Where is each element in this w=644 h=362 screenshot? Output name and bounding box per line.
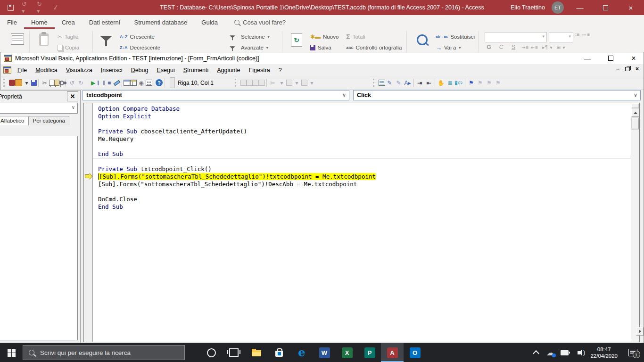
tab-strumenti-database[interactable]: Strumenti database bbox=[127, 16, 195, 29]
advanced-filter-button[interactable]: Avanzate▾ bbox=[226, 43, 270, 52]
menu-inserisci[interactable]: Inserisci bbox=[97, 65, 127, 75]
properties-object-select[interactable] bbox=[0, 103, 78, 114]
access-app-icon[interactable] bbox=[9, 80, 15, 86]
cortana-button[interactable] bbox=[200, 343, 223, 362]
undo-icon[interactable]: ↺ bbox=[67, 79, 76, 87]
copy-icon[interactable] bbox=[49, 80, 54, 86]
menu-aggiunte[interactable]: Aggiunte bbox=[213, 65, 244, 75]
bullets-icon[interactable]: ∶≡ bbox=[575, 32, 580, 42]
properties-list[interactable] bbox=[0, 136, 78, 340]
run-icon[interactable]: ▶ bbox=[89, 79, 98, 87]
scroll-up-button[interactable] bbox=[631, 108, 639, 117]
publisher-button[interactable]: P bbox=[358, 343, 381, 362]
taskbar-search[interactable] bbox=[23, 345, 185, 360]
spelling-button[interactable]: ABCControllo ortografia bbox=[346, 43, 402, 52]
tab-categorized[interactable]: Per categoria bbox=[29, 116, 69, 125]
split-handle[interactable] bbox=[631, 103, 639, 108]
restore-button[interactable] bbox=[596, 0, 615, 15]
task-view-button[interactable] bbox=[223, 343, 245, 362]
redo-icon[interactable]: ↻ bbox=[76, 79, 85, 87]
save-record-button[interactable]: Salva bbox=[310, 43, 339, 52]
reset-icon[interactable]: ■ bbox=[105, 79, 114, 87]
font-name-select[interactable] bbox=[485, 32, 547, 42]
replace-button[interactable]: ab→acSostituisci bbox=[436, 32, 475, 41]
edge-button[interactable]: e bbox=[290, 343, 313, 362]
customize-qat-icon[interactable]: ⸔ bbox=[52, 4, 59, 11]
paste-icon[interactable] bbox=[54, 80, 59, 86]
font-size-select[interactable] bbox=[549, 32, 573, 42]
find-button[interactable] bbox=[413, 32, 431, 52]
save-icon[interactable] bbox=[31, 80, 37, 86]
underline-button[interactable]: S bbox=[509, 44, 518, 50]
store-button[interactable] bbox=[268, 343, 290, 362]
start-button[interactable] bbox=[0, 343, 23, 362]
help-icon[interactable]: ? bbox=[156, 79, 163, 86]
excel-button[interactable]: X bbox=[336, 343, 358, 362]
action-center-button[interactable]: 1 bbox=[623, 343, 642, 362]
minimize-button[interactable]: — bbox=[570, 0, 589, 15]
save-icon[interactable] bbox=[7, 4, 14, 11]
mdi-close-button[interactable]: × bbox=[636, 66, 639, 72]
totals-button[interactable]: ΣTotali bbox=[346, 32, 402, 41]
margin-indicator-bar[interactable] bbox=[84, 103, 93, 342]
prev-bookmark-icon[interactable]: ⚑ bbox=[485, 79, 494, 87]
align-left-icon[interactable]: ⊨ bbox=[268, 79, 277, 87]
access-button[interactable]: A bbox=[381, 343, 404, 362]
menu-visualizza[interactable]: Visualizza bbox=[62, 65, 97, 75]
volume-button[interactable] bbox=[572, 343, 585, 362]
goto-button[interactable]: →Vai a▾ bbox=[436, 43, 475, 52]
object-browser-icon[interactable]: ◉ bbox=[137, 79, 146, 87]
clock[interactable]: 08:47 22/04/2020 bbox=[586, 346, 621, 359]
center-icon[interactable] bbox=[286, 80, 292, 86]
send-back-icon[interactable] bbox=[247, 80, 253, 86]
code-editor[interactable]: Option Compare DatabaseOption ExplicitPr… bbox=[83, 103, 640, 342]
vba-maximize-button[interactable] bbox=[601, 53, 620, 64]
view-object-dropdown[interactable]: ▾ bbox=[22, 79, 31, 87]
file-explorer-button[interactable] bbox=[245, 343, 268, 362]
numbering-icon[interactable]: ≔≡ bbox=[582, 32, 590, 42]
uncomment-block-icon[interactable]: �ణ bbox=[454, 79, 463, 87]
tab-guida[interactable]: Guida bbox=[194, 16, 225, 29]
battery-button[interactable] bbox=[558, 343, 570, 362]
menu-?[interactable]: ? bbox=[274, 65, 286, 75]
menu-esegui[interactable]: Esegui bbox=[152, 65, 179, 75]
tray-expand-button[interactable] bbox=[530, 343, 542, 362]
properties-close-button[interactable]: ✕ bbox=[67, 91, 78, 101]
vertical-scrollbar[interactable] bbox=[631, 103, 639, 342]
gridlines-icon[interactable]: ⊞ ▾ bbox=[556, 45, 565, 50]
parameter-info-icon[interactable]: ✎ bbox=[394, 79, 403, 87]
cut-icon[interactable]: ✂ bbox=[40, 79, 49, 87]
bold-button[interactable]: G bbox=[485, 44, 493, 50]
tab-dati-esterni[interactable]: Dati esterni bbox=[82, 16, 127, 29]
copy-button[interactable]: Copia bbox=[58, 43, 79, 52]
tell-me-search[interactable]: Cosa vuoi fare? bbox=[234, 19, 286, 26]
onedrive-button[interactable]: ☁ bbox=[544, 343, 556, 362]
sort-ascending-button[interactable]: A↓ZCrescente bbox=[120, 32, 160, 41]
list-properties-icon[interactable] bbox=[379, 80, 385, 86]
scroll-right-button[interactable] bbox=[636, 327, 644, 336]
tab-crea[interactable]: Crea bbox=[55, 16, 82, 29]
word-button[interactable]: W bbox=[313, 343, 336, 362]
indent-icon[interactable]: ⇥ bbox=[415, 79, 424, 87]
mdi-minimize-button[interactable]: – bbox=[616, 66, 619, 72]
menu-file[interactable]: File bbox=[13, 65, 31, 75]
width-dropdown[interactable]: ▾ bbox=[307, 79, 316, 87]
project-explorer-icon[interactable] bbox=[124, 80, 130, 86]
refresh-all-button[interactable]: ↻ bbox=[288, 32, 305, 52]
comment-block-icon[interactable]: ≣ bbox=[446, 79, 454, 87]
properties-window-icon[interactable] bbox=[130, 80, 137, 86]
scroll-thumb[interactable] bbox=[632, 118, 639, 129]
tab-file[interactable]: File bbox=[0, 16, 24, 29]
views-button[interactable] bbox=[8, 32, 26, 45]
selection-button[interactable]: Selezione▾ bbox=[226, 32, 270, 41]
filter-button[interactable] bbox=[97, 32, 115, 52]
next-bookmark-icon[interactable]: ⚑ bbox=[476, 79, 485, 87]
object-combobox[interactable]: txtcodbpoint bbox=[83, 90, 349, 100]
search-input[interactable] bbox=[39, 349, 164, 357]
menu-finestra[interactable]: Finestra bbox=[245, 65, 274, 75]
cut-button[interactable]: ✂Taglia bbox=[58, 32, 79, 41]
sort-descending-button[interactable]: Z↓ADecrescente bbox=[120, 43, 160, 52]
vba-close-button[interactable]: × bbox=[624, 53, 644, 64]
mdi-restore-button[interactable] bbox=[625, 67, 630, 71]
new-record-button[interactable]: ✱▬Nuovo bbox=[310, 32, 339, 41]
